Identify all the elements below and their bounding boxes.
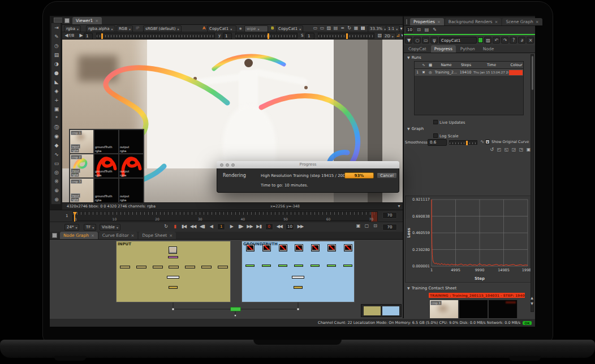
input-b-select[interactable]: CopyCat1▾	[276, 25, 303, 32]
gain-value-box[interactable]: 1	[84, 33, 93, 40]
gain-slider[interactable]	[96, 33, 215, 38]
tab-progress[interactable]: Progress	[431, 45, 456, 53]
redo-icon[interactable]: ↷	[501, 37, 508, 44]
lock-thumbnails-icon[interactable]: ⊡	[416, 27, 421, 33]
contact-tile-output[interactable]: outputrgba	[119, 154, 144, 178]
play-forward-button[interactable]: ▶	[228, 224, 234, 229]
frame-increment-box[interactable]: 10	[286, 223, 294, 230]
loop-mode-icon[interactable]: ↻	[163, 224, 169, 229]
sat-slider-handle[interactable]	[346, 33, 348, 39]
close-icon[interactable]: ×	[536, 20, 539, 24]
contact-tile-output[interactable]: outputrgba	[119, 178, 144, 202]
contact-tile-output[interactable]: outputrgba	[488, 300, 518, 318]
curve-toggle-icon[interactable]: ∿	[479, 139, 485, 145]
channel-icon[interactable]: ▤	[51, 50, 62, 59]
paint-icon[interactable]: ∿	[51, 150, 62, 159]
checker-background-icon[interactable]: ▤	[333, 25, 338, 31]
color-icon[interactable]: ◑	[51, 59, 62, 68]
output-node[interactable]	[294, 286, 303, 289]
runs-table-row[interactable]: 1✖◎Training_2...19410Thu Jan 15 13:04:27…	[415, 69, 523, 76]
shuffle-node[interactable]	[168, 256, 178, 258]
float-panel-icon[interactable]: ∂	[518, 37, 525, 44]
ocio-icon[interactable]: ◎	[51, 168, 62, 177]
draw-icon[interactable]: ✎	[51, 32, 62, 41]
frame-increment-button[interactable]: ▶▶	[298, 224, 303, 229]
max-panels-box[interactable]: 10	[406, 27, 413, 33]
crop-node[interactable]	[169, 266, 179, 268]
close-icon[interactable]: ×	[131, 233, 135, 238]
gizmo-icon[interactable]: ⊕	[51, 186, 62, 195]
alpha-select[interactable]: rgba.alpha▾	[86, 25, 115, 32]
pause-icon[interactable]: ▮▮	[360, 25, 365, 31]
runs-column-name[interactable]: Name	[434, 62, 459, 68]
tf-select[interactable]: TF▾	[84, 224, 96, 231]
runs-column-steps[interactable]: Steps	[459, 62, 473, 68]
scroll-down-icon[interactable]: ▼	[529, 301, 534, 306]
input-a-select[interactable]: CopyCat1▾	[207, 25, 236, 32]
live-updates-checkbox[interactable]: Live Updates	[433, 120, 465, 125]
missed-frames-box[interactable]: 0	[265, 223, 273, 230]
show-original-checkbox[interactable]: ✕Show Original Curve	[485, 140, 529, 144]
scroll-up-icon[interactable]: ▲	[529, 295, 534, 301]
zoom-y-in-icon[interactable]: ◲	[511, 147, 516, 153]
close-icon[interactable]: ×	[437, 20, 441, 24]
minimize-window-icon[interactable]	[226, 163, 229, 167]
crop-node[interactable]	[136, 266, 146, 268]
close-icon[interactable]: ×	[495, 20, 498, 24]
gamma-value-box[interactable]: 1	[223, 33, 232, 40]
close-icon[interactable]: ×	[91, 233, 94, 238]
log-scale-checkbox[interactable]: Log Scale	[433, 133, 459, 138]
tab-node-graph[interactable]: Node Graph×	[60, 232, 98, 239]
roi-select-icon[interactable]: ▧	[377, 33, 382, 38]
step-backward-button[interactable]: ◀▮	[199, 224, 205, 229]
zoom-x-out-icon[interactable]: ◱	[503, 147, 509, 153]
step-forward-button[interactable]: ▮▶	[238, 224, 243, 229]
undo-icon[interactable]: ↶	[493, 37, 500, 44]
node-color-swatch[interactable]	[478, 37, 483, 43]
fps-select[interactable]: 24*▾	[64, 224, 79, 231]
appendclip-node[interactable]	[292, 276, 304, 279]
smoothness-slider[interactable]	[449, 140, 477, 145]
read-node[interactable]	[169, 246, 177, 254]
wipe-dot-icon[interactable]: ●	[239, 27, 242, 30]
contact-tile-output[interactable]: outputrgba	[119, 129, 144, 154]
close-panel-icon[interactable]: ×	[527, 37, 534, 44]
fast-backward-button[interactable]: ◀◀	[190, 224, 196, 229]
tab-python[interactable]: Python	[457, 45, 478, 53]
grade-node[interactable]	[262, 265, 271, 267]
frame-marker-icon[interactable]: ▮	[172, 224, 178, 229]
help-icon[interactable]: ?	[510, 37, 517, 44]
close-icon[interactable]: ×	[95, 19, 98, 23]
grade-node[interactable]	[278, 265, 287, 267]
refresh-icon[interactable]: ↻	[346, 25, 352, 31]
layer-stack-icon[interactable]: ≡	[339, 25, 345, 31]
zoom-y-out-icon[interactable]: ◳	[518, 147, 524, 153]
contact-tile-input[interactable]: crop 3inputrgba	[429, 300, 459, 318]
knob-defaults-icon[interactable]: ▨	[484, 37, 491, 44]
zoom-x-in-icon[interactable]: ◰	[496, 147, 502, 153]
contact-tile-groundTruth[interactable]: groundTruthrgba	[94, 154, 119, 178]
gamma-slider-handle[interactable]	[268, 33, 269, 39]
flipbook-icon[interactable]: ▣	[355, 223, 361, 229]
fast-forward-button[interactable]: ▶▶	[247, 224, 252, 229]
pane-icon[interactable]	[64, 18, 70, 23]
display-window-icon[interactable]: ▭	[312, 25, 318, 31]
read-node[interactable]	[311, 244, 320, 252]
reset-zoom-icon[interactable]: ↺	[489, 147, 494, 153]
keyer-icon[interactable]: ◣	[51, 77, 62, 86]
node-name-field[interactable]: CopyCat1	[439, 37, 477, 44]
ip-toggle[interactable]: IP	[136, 26, 139, 31]
contact-sheet-section-label[interactable]: ▼Training Contact Sheet	[407, 286, 456, 291]
channels-icon[interactable]: ▭	[422, 37, 429, 44]
zoom-window-icon[interactable]	[231, 163, 235, 167]
run-visible-icon[interactable]: ◎	[427, 69, 434, 76]
panel-scrollbar[interactable]	[531, 54, 534, 312]
contact-tile-groundTruth[interactable]: groundTruthrgba	[94, 129, 119, 154]
collapse-panel-icon[interactable]: ▼	[405, 37, 412, 44]
read-node[interactable]	[344, 244, 352, 252]
contact-tile-groundTruth[interactable]: groundTruthrgba	[94, 178, 119, 202]
wipe-select[interactable]: wipe▾	[244, 25, 268, 32]
graph-section-label[interactable]: ▼Graph	[407, 127, 424, 131]
tab-background-renders[interactable]: Background Renders×	[445, 18, 502, 25]
pane-icon[interactable]	[406, 19, 407, 24]
